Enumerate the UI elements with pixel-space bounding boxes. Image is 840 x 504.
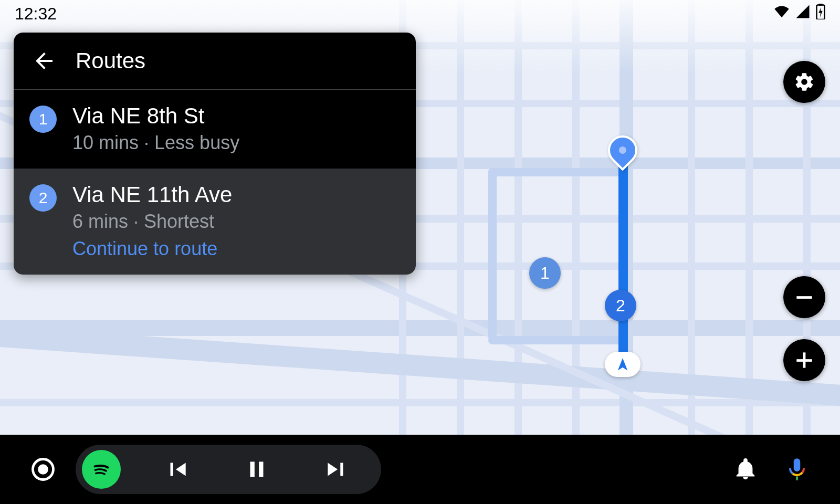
current-location-icon (605, 352, 640, 377)
bell-icon (733, 457, 758, 481)
routes-panel-title: Routes (76, 48, 145, 74)
status-bar: 12:32 (0, 0, 840, 27)
zoom-out-button[interactable] (783, 276, 825, 318)
settings-button[interactable] (783, 61, 825, 103)
map-route-badge-1[interactable]: 1 (529, 257, 561, 289)
gear-icon (794, 71, 815, 92)
skip-next-icon (323, 456, 350, 482)
pause-icon (244, 456, 270, 482)
skip-previous-icon (164, 456, 190, 482)
notifications-button[interactable] (727, 450, 764, 488)
route-option-1-title: Via NE 8th St (72, 103, 239, 129)
bottom-nav-bar (0, 435, 840, 504)
continue-to-route-link[interactable]: Continue to route (72, 238, 232, 260)
route-option-2-sub: 6 mins · Shortest (72, 211, 232, 233)
circle-icon (29, 456, 57, 483)
svg-rect-4 (803, 352, 806, 368)
svg-rect-8 (250, 461, 255, 477)
routes-panel: Routes 1 Via NE 8th St 10 mins · Less bu… (14, 33, 416, 275)
wifi-icon (774, 4, 790, 24)
microphone-icon (784, 456, 810, 482)
battery-charging-icon (816, 4, 825, 24)
plus-icon (793, 349, 816, 372)
media-pause-button[interactable] (233, 446, 280, 493)
route-option-1[interactable]: 1 Via NE 8th St 10 mins · Less busy (14, 90, 416, 169)
svg-rect-1 (818, 4, 823, 6)
clock: 12:32 (15, 4, 57, 24)
route-option-2-title: Via NE 11th Ave (72, 182, 232, 207)
routes-panel-header: Routes (14, 33, 416, 90)
svg-rect-2 (796, 296, 812, 299)
media-next-button[interactable] (313, 446, 360, 493)
spotify-app-button[interactable] (82, 450, 121, 489)
route-option-1-badge: 1 (29, 106, 57, 133)
spotify-icon (89, 457, 113, 481)
cell-signal-icon (795, 4, 811, 24)
assistant-button[interactable] (778, 450, 816, 488)
zoom-in-button[interactable] (783, 339, 825, 381)
map-route-badge-1-num: 1 (540, 264, 550, 283)
media-controls (76, 445, 381, 494)
arrow-left-icon (32, 48, 57, 74)
back-button[interactable] (29, 46, 59, 76)
route-option-2[interactable]: 2 Via NE 11th Ave 6 mins · Shortest Cont… (14, 169, 416, 275)
route-option-1-sub: 10 mins · Less busy (72, 132, 239, 154)
route-option-2-badge: 2 (29, 184, 57, 212)
map-route-badge-2-num: 2 (616, 296, 625, 316)
map-route-badge-2[interactable]: 2 (605, 290, 636, 321)
svg-rect-9 (259, 461, 263, 477)
svg-point-6 (38, 464, 48, 475)
media-prev-button[interactable] (153, 446, 201, 493)
minus-icon (793, 286, 816, 309)
launcher-button[interactable] (24, 450, 62, 488)
